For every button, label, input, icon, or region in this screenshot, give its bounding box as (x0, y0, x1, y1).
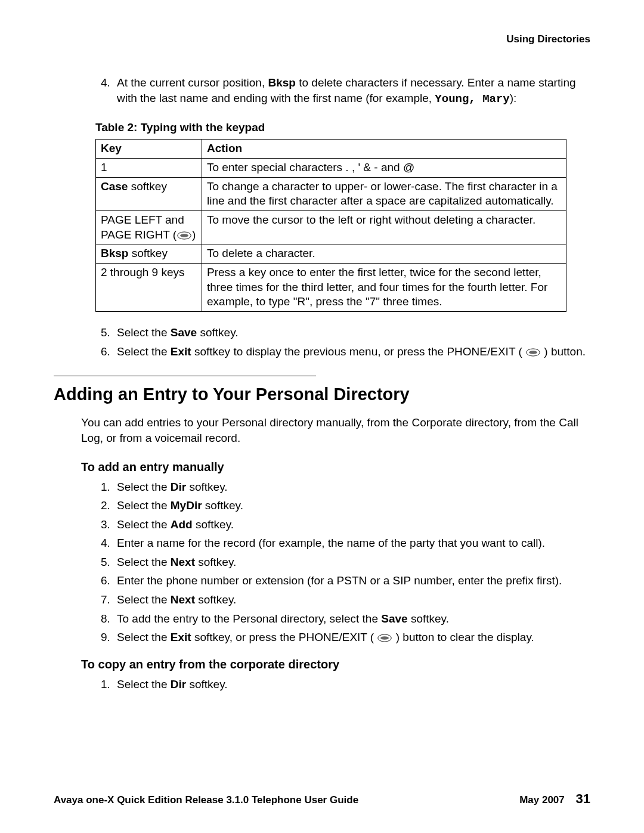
table-row: Case softkeyTo change a character to upp… (96, 177, 566, 210)
table-caption: Table 2: Typing with the keypad (95, 121, 590, 134)
table-row: 2 through 9 keysPress a key once to ente… (96, 264, 566, 312)
step-item: Select the Exit softkey, or press the PH… (113, 629, 590, 646)
step-item: Select the Exit softkey to display the p… (113, 344, 590, 360)
footer-page-number: 31 (576, 791, 590, 806)
section-intro: You can add entries to your Personal dir… (81, 415, 590, 445)
table-row: 1To enter special characters . , ' & - a… (96, 158, 566, 177)
svg-point-1 (180, 234, 188, 237)
footer-date: May 2007 (519, 794, 565, 806)
subheading-copy-corporate: To copy an entry from the corporate dire… (81, 658, 590, 671)
cell-action: To move the cursor to the left or right … (202, 211, 566, 244)
col-key: Key (96, 140, 202, 159)
section-heading: Adding an Entry to Your Personal Directo… (54, 385, 590, 404)
steps-add-manually: Select the Dir softkey.Select the MyDir … (54, 479, 590, 646)
cell-action: Press a key once to enter the first lett… (202, 264, 566, 312)
page-footer: Avaya one-X Quick Edition Release 3.1.0 … (54, 791, 590, 807)
cell-key: 1 (96, 158, 202, 177)
phone-exit-icon (177, 231, 192, 240)
keypad-table: Key Action 1To enter special characters … (95, 139, 566, 312)
cell-action: To delete a character. (202, 244, 566, 264)
step-item: At the current cursor position, Bksp to … (113, 75, 590, 107)
step-list-after-table: Select the Save softkey.Select the Exit … (54, 325, 590, 359)
step-item: Select the Next softkey. (113, 592, 590, 608)
table-row: PAGE LEFT and PAGE RIGHT ()To move the c… (96, 211, 566, 244)
section-separator (54, 376, 316, 376)
cell-key: 2 through 9 keys (96, 264, 202, 312)
svg-point-3 (529, 351, 537, 354)
footer-right: May 2007 31 (519, 791, 590, 807)
phone-exit-icon (525, 348, 541, 357)
phone-exit-icon (377, 633, 392, 643)
step-item: Select the Dir softkey. (113, 676, 590, 693)
cell-key: Bksp softkey (96, 244, 202, 264)
col-action: Action (202, 140, 566, 159)
steps-copy-corporate: Select the Dir softkey. (54, 676, 590, 693)
step-item: To add the entry to the Personal directo… (113, 611, 590, 627)
step-item: Select the MyDir softkey. (113, 497, 590, 514)
step-item: Select the Save softkey. (113, 325, 590, 340)
step-item: Enter a name for the record (for example… (113, 535, 590, 552)
cell-action: To enter special characters . , ' & - an… (202, 158, 566, 177)
footer-doc-title: Avaya one-X Quick Edition Release 3.1.0 … (54, 794, 358, 806)
table-header-row: Key Action (96, 140, 566, 159)
cell-key: PAGE LEFT and PAGE RIGHT () (96, 211, 202, 244)
cell-action: To change a character to upper- or lower… (202, 177, 566, 210)
step-item: Select the Dir softkey. (113, 479, 590, 496)
step-item: Enter the phone number or extension (for… (113, 572, 590, 589)
step-list-continued: At the current cursor position, Bksp to … (54, 75, 590, 107)
step-item: Select the Next softkey. (113, 554, 590, 571)
svg-point-5 (381, 636, 389, 640)
table-row: Bksp softkeyTo delete a character. (96, 244, 566, 264)
step-item: Select the Add softkey. (113, 516, 590, 533)
header-section-title: Using Directories (54, 33, 590, 45)
subheading-add-manually: To add an entry manually (81, 460, 590, 474)
cell-key: Case softkey (96, 177, 202, 210)
